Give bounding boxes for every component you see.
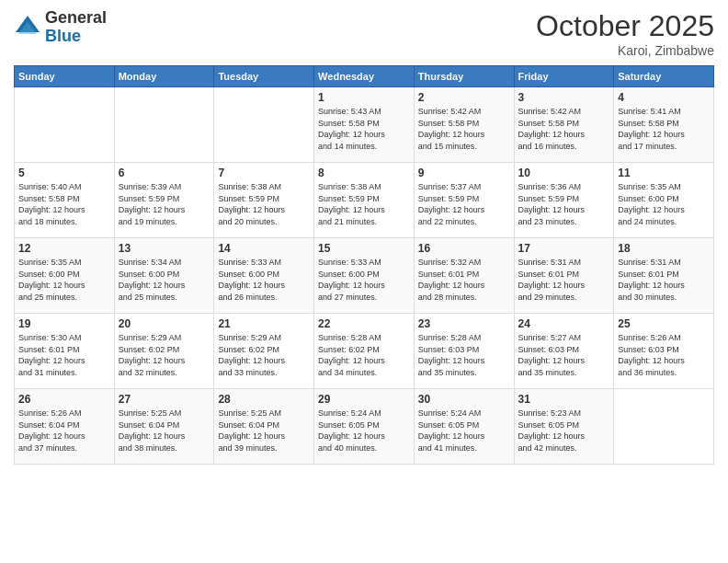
header-day-monday: Monday: [114, 66, 214, 87]
day-info: Sunrise: 5:24 AM Sunset: 6:05 PM Dayligh…: [418, 408, 510, 454]
day-info: Sunrise: 5:42 AM Sunset: 5:58 PM Dayligh…: [518, 106, 610, 152]
day-info: Sunrise: 5:34 AM Sunset: 6:00 PM Dayligh…: [119, 257, 210, 303]
day-number: 2: [418, 91, 510, 104]
day-number: 24: [518, 317, 610, 330]
day-info: Sunrise: 5:26 AM Sunset: 6:03 PM Dayligh…: [618, 332, 710, 378]
day-cell: 1Sunrise: 5:43 AM Sunset: 5:58 PM Daylig…: [314, 87, 415, 163]
day-cell: 21Sunrise: 5:29 AM Sunset: 6:02 PM Dayli…: [214, 314, 314, 389]
day-info: Sunrise: 5:33 AM Sunset: 6:00 PM Dayligh…: [218, 257, 310, 303]
day-number: 13: [119, 242, 210, 255]
header-row: SundayMondayTuesdayWednesdayThursdayFrid…: [15, 66, 714, 87]
day-cell: [114, 87, 214, 163]
day-cell: 10Sunrise: 5:36 AM Sunset: 5:59 PM Dayli…: [514, 163, 614, 238]
day-number: 29: [318, 393, 410, 406]
day-number: 21: [218, 317, 310, 330]
day-cell: 12Sunrise: 5:35 AM Sunset: 6:00 PM Dayli…: [15, 238, 115, 314]
day-cell: 31Sunrise: 5:23 AM Sunset: 6:05 PM Dayli…: [514, 389, 614, 465]
day-cell: 8Sunrise: 5:38 AM Sunset: 5:59 PM Daylig…: [314, 163, 415, 238]
day-info: Sunrise: 5:29 AM Sunset: 6:02 PM Dayligh…: [119, 332, 210, 378]
month-title: October 2025: [536, 9, 714, 43]
day-cell: 2Sunrise: 5:42 AM Sunset: 5:58 PM Daylig…: [414, 87, 514, 163]
header-day-sunday: Sunday: [15, 66, 115, 87]
day-cell: [214, 87, 314, 163]
day-cell: 24Sunrise: 5:27 AM Sunset: 6:03 PM Dayli…: [514, 314, 614, 389]
day-info: Sunrise: 5:26 AM Sunset: 6:04 PM Dayligh…: [18, 408, 110, 454]
day-info: Sunrise: 5:29 AM Sunset: 6:02 PM Dayligh…: [218, 332, 310, 378]
day-number: 5: [18, 167, 110, 179]
day-number: 17: [518, 242, 610, 255]
day-cell: 16Sunrise: 5:32 AM Sunset: 6:01 PM Dayli…: [414, 238, 514, 314]
day-cell: 29Sunrise: 5:24 AM Sunset: 6:05 PM Dayli…: [314, 389, 415, 465]
day-info: Sunrise: 5:30 AM Sunset: 6:01 PM Dayligh…: [18, 332, 110, 378]
day-number: 3: [518, 91, 610, 104]
day-number: 12: [18, 242, 110, 255]
day-number: 22: [318, 317, 410, 330]
header-day-friday: Friday: [514, 66, 614, 87]
day-cell: 7Sunrise: 5:38 AM Sunset: 5:59 PM Daylig…: [214, 163, 314, 238]
day-info: Sunrise: 5:37 AM Sunset: 5:59 PM Dayligh…: [418, 181, 510, 227]
day-info: Sunrise: 5:40 AM Sunset: 5:58 PM Dayligh…: [18, 181, 110, 227]
header-day-saturday: Saturday: [614, 66, 714, 87]
day-cell: 9Sunrise: 5:37 AM Sunset: 5:59 PM Daylig…: [414, 163, 514, 238]
day-cell: 11Sunrise: 5:35 AM Sunset: 6:00 PM Dayli…: [614, 163, 714, 238]
day-number: 31: [518, 393, 610, 406]
header: General Blue October 2025 Karoi, Zimbabw…: [14, 9, 714, 58]
day-info: Sunrise: 5:25 AM Sunset: 6:04 PM Dayligh…: [119, 408, 210, 454]
day-cell: [15, 87, 115, 163]
day-info: Sunrise: 5:38 AM Sunset: 5:59 PM Dayligh…: [218, 181, 310, 227]
day-cell: 28Sunrise: 5:25 AM Sunset: 6:04 PM Dayli…: [214, 389, 314, 465]
day-number: 9: [418, 167, 510, 179]
day-cell: 13Sunrise: 5:34 AM Sunset: 6:00 PM Dayli…: [114, 238, 214, 314]
day-cell: [614, 389, 714, 465]
day-info: Sunrise: 5:43 AM Sunset: 5:58 PM Dayligh…: [318, 106, 410, 152]
logo-icon: [14, 14, 41, 41]
day-number: 20: [119, 317, 210, 330]
day-number: 30: [418, 393, 510, 406]
logo-general: General: [45, 9, 107, 28]
day-number: 1: [318, 91, 410, 104]
day-info: Sunrise: 5:23 AM Sunset: 6:05 PM Dayligh…: [518, 408, 610, 454]
day-cell: 19Sunrise: 5:30 AM Sunset: 6:01 PM Dayli…: [15, 314, 115, 389]
day-number: 18: [618, 242, 710, 255]
day-number: 28: [218, 393, 310, 406]
location: Karoi, Zimbabwe: [536, 43, 714, 58]
day-number: 6: [119, 167, 210, 179]
day-cell: 26Sunrise: 5:26 AM Sunset: 6:04 PM Dayli…: [15, 389, 115, 465]
week-row-4: 26Sunrise: 5:26 AM Sunset: 6:04 PM Dayli…: [15, 389, 714, 465]
day-info: Sunrise: 5:24 AM Sunset: 6:05 PM Dayligh…: [318, 408, 410, 454]
day-number: 10: [518, 167, 610, 179]
day-info: Sunrise: 5:35 AM Sunset: 6:00 PM Dayligh…: [618, 181, 710, 227]
week-row-0: 1Sunrise: 5:43 AM Sunset: 5:58 PM Daylig…: [15, 87, 714, 163]
day-cell: 27Sunrise: 5:25 AM Sunset: 6:04 PM Dayli…: [114, 389, 214, 465]
day-number: 7: [218, 167, 310, 179]
calendar-header: SundayMondayTuesdayWednesdayThursdayFrid…: [15, 66, 714, 87]
day-cell: 22Sunrise: 5:28 AM Sunset: 6:02 PM Dayli…: [314, 314, 415, 389]
day-cell: 20Sunrise: 5:29 AM Sunset: 6:02 PM Dayli…: [114, 314, 214, 389]
day-info: Sunrise: 5:28 AM Sunset: 6:03 PM Dayligh…: [418, 332, 510, 378]
logo-text: General Blue: [45, 9, 107, 46]
day-number: 26: [18, 393, 110, 406]
day-number: 4: [618, 91, 710, 104]
day-info: Sunrise: 5:31 AM Sunset: 6:01 PM Dayligh…: [618, 257, 710, 303]
day-cell: 4Sunrise: 5:41 AM Sunset: 5:58 PM Daylig…: [614, 87, 714, 163]
week-row-3: 19Sunrise: 5:30 AM Sunset: 6:01 PM Dayli…: [15, 314, 714, 389]
day-number: 23: [418, 317, 510, 330]
day-number: 8: [318, 167, 410, 179]
day-cell: 25Sunrise: 5:26 AM Sunset: 6:03 PM Dayli…: [614, 314, 714, 389]
day-cell: 18Sunrise: 5:31 AM Sunset: 6:01 PM Dayli…: [614, 238, 714, 314]
header-day-thursday: Thursday: [414, 66, 514, 87]
day-info: Sunrise: 5:33 AM Sunset: 6:00 PM Dayligh…: [318, 257, 410, 303]
page: General Blue October 2025 Karoi, Zimbabw…: [0, 0, 728, 563]
day-cell: 15Sunrise: 5:33 AM Sunset: 6:00 PM Dayli…: [314, 238, 415, 314]
calendar-table: SundayMondayTuesdayWednesdayThursdayFrid…: [14, 65, 714, 465]
day-number: 19: [18, 317, 110, 330]
day-info: Sunrise: 5:32 AM Sunset: 6:01 PM Dayligh…: [418, 257, 510, 303]
header-day-wednesday: Wednesday: [314, 66, 415, 87]
day-number: 25: [618, 317, 710, 330]
day-cell: 30Sunrise: 5:24 AM Sunset: 6:05 PM Dayli…: [414, 389, 514, 465]
day-info: Sunrise: 5:41 AM Sunset: 5:58 PM Dayligh…: [618, 106, 710, 152]
week-row-2: 12Sunrise: 5:35 AM Sunset: 6:00 PM Dayli…: [15, 238, 714, 314]
title-block: October 2025 Karoi, Zimbabwe: [536, 9, 714, 58]
day-cell: 5Sunrise: 5:40 AM Sunset: 5:58 PM Daylig…: [15, 163, 115, 238]
day-number: 14: [218, 242, 310, 255]
